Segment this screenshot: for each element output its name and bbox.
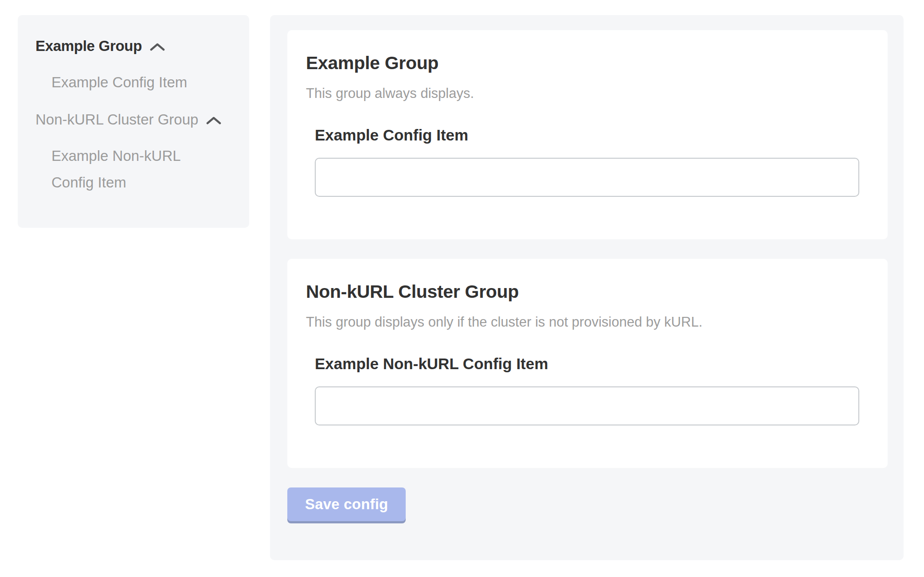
sidebar-group-non-kurl-cluster-group[interactable]: Non-kURL Cluster Group	[35, 111, 233, 129]
group-description: This group displays only if the cluster …	[306, 314, 859, 331]
config-item-block: Example Non-kURL Config Item	[315, 355, 859, 425]
sidebar-group-example-group[interactable]: Example Group	[35, 37, 233, 55]
config-group-card-example-group: Example Group This group always displays…	[287, 30, 888, 239]
config-main-panel: Example Group This group always displays…	[270, 15, 904, 560]
save-config-button[interactable]: Save config	[287, 487, 406, 521]
sidebar-item-label: Example Non-kURL Config Item	[51, 148, 180, 191]
group-title: Non-kURL Cluster Group	[306, 281, 859, 302]
config-item-block: Example Config Item	[315, 126, 859, 197]
sidebar-group-label: Non-kURL Cluster Group	[35, 111, 198, 129]
chevron-up-icon[interactable]	[150, 43, 165, 51]
sidebar-item-example-config-item[interactable]: Example Config Item	[51, 69, 198, 96]
config-item-label: Example Non-kURL Config Item	[315, 355, 859, 373]
config-nav-sidebar: Example Group Example Config Item Non-kU…	[18, 15, 249, 228]
config-group-card-non-kurl-cluster-group: Non-kURL Cluster Group This group displa…	[287, 259, 888, 468]
chevron-up-icon[interactable]	[206, 116, 221, 125]
example-config-item-input[interactable]	[315, 158, 859, 197]
group-description: This group always displays.	[306, 85, 859, 102]
sidebar-item-label: Example Config Item	[51, 74, 187, 90]
sidebar-item-example-non-kurl-config-item[interactable]: Example Non-kURL Config Item	[51, 143, 198, 196]
sidebar-group-label: Example Group	[35, 37, 142, 55]
group-title: Example Group	[306, 52, 859, 74]
config-item-label: Example Config Item	[315, 126, 859, 144]
example-non-kurl-config-item-input[interactable]	[315, 386, 859, 425]
